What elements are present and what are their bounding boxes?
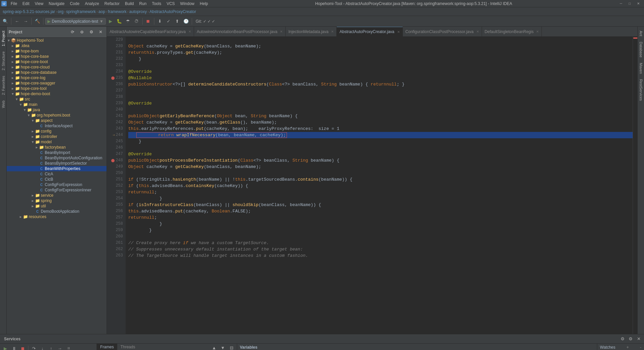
- code-line-232[interactable]: }: [128, 56, 633, 62]
- panel-close-button[interactable]: ✕: [97, 28, 105, 36]
- tree-item-hope-bom[interactable]: ▸📁hope-bom: [7, 48, 107, 54]
- code-line-244[interactable]: return wrapIfNecessary(bean, beanName, c…: [128, 132, 633, 138]
- tab-abstractautowire[interactable]: AbstractAutowireCapableBeanFactory.java …: [107, 27, 194, 36]
- menu-window[interactable]: Window: [177, 1, 197, 7]
- forward-button[interactable]: →: [22, 17, 30, 25]
- restservices-tab[interactable]: RestServices: [638, 76, 644, 104]
- frames-filter-button[interactable]: ⊟: [227, 344, 235, 350]
- tab-autowired[interactable]: AutowiredAnnotationBeanPostProcessor.jav…: [194, 27, 286, 36]
- vcs-commit-button[interactable]: ✓: [165, 17, 173, 25]
- code-line-252[interactable]: if (this.advisedBeans.containsKey(cacheK…: [128, 183, 633, 189]
- tree-item-BeanWithProperties[interactable]: CBeanWithProperties: [7, 166, 107, 171]
- tab-configclass[interactable]: ConfigurationClassPostProcessor.java ✕: [403, 27, 482, 36]
- tab-abstractautoproxy[interactable]: AbstractAutoProxyCreator.java ✕: [337, 27, 402, 36]
- code-line-237[interactable]: [128, 88, 633, 94]
- sync-button[interactable]: ⟳: [68, 28, 76, 36]
- tree-item-CicB[interactable]: CCicB: [7, 177, 107, 182]
- debug-stepover-button[interactable]: ↷: [30, 344, 38, 350]
- code-line-248[interactable]: public Object postProcessBeforeInstantia…: [128, 157, 633, 164]
- tree-item-service[interactable]: ▸📁service: [7, 193, 107, 198]
- menu-refactor[interactable]: Refactor: [102, 1, 122, 7]
- code-line-256[interactable]: this.advisedBeans.put(cacheKey, Boolean.…: [128, 208, 633, 214]
- debug-evaluate-button[interactable]: ⌗: [64, 344, 72, 350]
- stop-button[interactable]: ⏹: [144, 17, 152, 25]
- menu-view[interactable]: View: [32, 1, 46, 7]
- code-line-245[interactable]: }: [128, 138, 633, 145]
- code-line-259[interactable]: }: [128, 227, 633, 233]
- tree-item-hope-demo-boot[interactable]: ▾📁hope-demo-boot: [7, 91, 107, 97]
- code-line-233[interactable]: [128, 62, 633, 68]
- code-line-231[interactable]: return this.proxyTypes.get(cacheKey);: [128, 49, 633, 56]
- code-line-242[interactable]: Object cacheKey = getCacheKey(bean.getCl…: [128, 119, 633, 126]
- menu-code[interactable]: Code: [67, 1, 82, 7]
- menu-edit[interactable]: Edit: [20, 1, 32, 7]
- tree-item-config[interactable]: ▸📁config: [7, 129, 107, 134]
- code-line-249[interactable]: Object cacheKey = getCacheKey(beanClass,…: [128, 164, 633, 170]
- code-line-234[interactable]: @Override: [128, 68, 633, 75]
- watches-remove-icon[interactable]: -: [640, 345, 641, 350]
- tree-item-ConfigForExpression[interactable]: CConfigForExpression: [7, 182, 107, 187]
- breadcrumb-jar[interactable]: spring-aop-5.3.21-sources.jar: [3, 9, 55, 14]
- breadcrumb-org[interactable]: org: [58, 9, 63, 14]
- breadcrumb-framework[interactable]: framework: [108, 9, 127, 14]
- tree-item-hopehomi-tool[interactable]: ▾📦Hopehomi-Tool: [7, 38, 107, 43]
- restore-button[interactable]: □: [625, 0, 634, 7]
- code-line-246[interactable]: [128, 145, 633, 151]
- code-line-240[interactable]: [128, 107, 633, 113]
- tree-item-BeanByImportAutoConfiguration[interactable]: CBeanByImportAutoConfiguration: [7, 155, 107, 161]
- frames-tab[interactable]: Frames: [97, 344, 117, 350]
- tree-item-resources[interactable]: ▸📁resources: [7, 214, 107, 219]
- services-close-button[interactable]: ✕: [635, 335, 643, 343]
- structure-tab[interactable]: 2: Structure: [0, 49, 6, 73]
- project-tab[interactable]: 1: Project: [0, 28, 6, 49]
- tree-item-aspect[interactable]: ▾📁aspect: [7, 118, 107, 123]
- code-editor[interactable]: 2292302312322332342352362372382392402412…: [107, 37, 637, 334]
- breadcrumb-aop[interactable]: aop: [99, 9, 105, 14]
- breadcrumb-class[interactable]: AbstractAutoProxyCreator: [150, 9, 196, 14]
- code-line-258[interactable]: }: [128, 221, 633, 227]
- tab-close-0[interactable]: ✕: [188, 30, 191, 33]
- menu-file[interactable]: File: [8, 1, 20, 7]
- debug-runtohere-button[interactable]: →: [56, 344, 64, 350]
- tree-item-java[interactable]: ▾📁java: [7, 107, 107, 113]
- code-line-229[interactable]: [128, 37, 633, 43]
- coverage-button[interactable]: ☂: [124, 17, 132, 25]
- code-line-239[interactable]: @Override: [128, 100, 633, 107]
- menu-build[interactable]: Build: [122, 1, 137, 7]
- tree-item-hope-core-database[interactable]: ▸📁hope-core-database: [7, 70, 107, 75]
- web-tab[interactable]: Web: [0, 98, 6, 111]
- breadcrumb-springframework[interactable]: springframework: [66, 9, 96, 14]
- tab-close-1[interactable]: ✕: [280, 30, 283, 33]
- run-config-dropdown[interactable]: ▶ DemoBootApplication-test ▼: [45, 18, 106, 25]
- code-line-260[interactable]: [128, 233, 633, 240]
- frames-up-button[interactable]: ▲: [210, 344, 218, 350]
- services-settings-button[interactable]: ⚙: [619, 335, 627, 343]
- tree-item-hope-core-swagger[interactable]: ▸📁hope-core-swagger: [7, 80, 107, 86]
- tree-item-hope-core-log[interactable]: ▸📁hope-core-log: [7, 75, 107, 80]
- tree-item-InterfaceAspect[interactable]: CInterfaceAspect: [7, 123, 107, 129]
- code-line-261[interactable]: // Create proxy here if we have a custom…: [128, 240, 633, 246]
- tree-item-spring[interactable]: ▸📁spring: [7, 198, 107, 203]
- tree-item-DemoBootApplication[interactable]: CDemoBootApplication: [7, 209, 107, 214]
- build-button[interactable]: 🔨: [33, 17, 41, 25]
- code-line-254[interactable]: }: [128, 195, 633, 202]
- menu-run[interactable]: Run: [137, 1, 149, 7]
- debug-stepout-button[interactable]: ↑: [47, 344, 55, 350]
- tree-item-model[interactable]: ▾📁model: [7, 139, 107, 145]
- debug-stop-button[interactable]: ⏹: [19, 344, 27, 350]
- threads-tab[interactable]: Threads: [117, 344, 139, 350]
- history-button[interactable]: 🕐: [182, 17, 190, 25]
- menu-help[interactable]: Help: [197, 1, 211, 7]
- code-line-241[interactable]: public Object getEarlyBeanReference(Obje…: [128, 113, 633, 119]
- tree-item-hope-core-base[interactable]: ▸📁hope-core-base: [7, 54, 107, 59]
- watches-add-icon[interactable]: +: [627, 345, 629, 350]
- back-button[interactable]: ←: [13, 17, 21, 25]
- tree-item-main[interactable]: ▾📁main: [7, 102, 107, 107]
- code-content[interactable]: Object cacheKey = getCacheKey(beanClass,…: [126, 37, 633, 334]
- code-line-253[interactable]: return null;: [128, 189, 633, 195]
- tab-defaultsingleton[interactable]: DefaultSingletonBeanRegis ✕: [482, 27, 542, 36]
- code-line-236[interactable]: public Constructor<?>[] determineCandida…: [128, 81, 633, 88]
- code-line-255[interactable]: if (isInfrastructureClass(beanClass) || …: [128, 202, 633, 208]
- vcs-push-button[interactable]: ⬆: [173, 17, 181, 25]
- tree-item-hope-core-boot[interactable]: ▸📁hope-core-boot: [7, 59, 107, 64]
